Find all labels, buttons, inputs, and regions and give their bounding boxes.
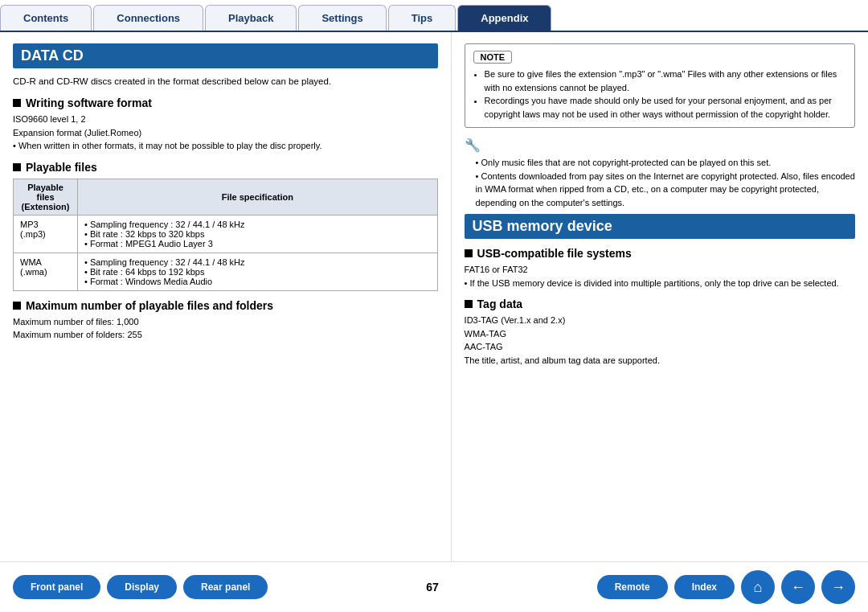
table-header-extension: Playable files(Extension) bbox=[14, 179, 78, 215]
spec-wma: • Sampling frequency : 32 / 44.1 / 48 kH… bbox=[78, 253, 438, 290]
wrench-item: Only music files that are not copyright-… bbox=[476, 156, 855, 170]
tab-appendix[interactable]: Appendix bbox=[457, 5, 551, 31]
table-row: MP3(.mp3) • Sampling frequency : 32 / 44… bbox=[14, 215, 438, 253]
tab-tips[interactable]: Tips bbox=[388, 5, 457, 31]
writing-software-heading: Writing software format bbox=[13, 97, 438, 109]
display-button[interactable]: Display bbox=[107, 575, 177, 599]
note-list: Be sure to give files the extension ".mp… bbox=[473, 68, 846, 121]
playable-files-table: Playable files(Extension) File specifica… bbox=[13, 179, 438, 291]
tab-connections[interactable]: Connections bbox=[93, 5, 203, 31]
tag-data-heading: Tag data bbox=[465, 298, 855, 310]
note-item: Be sure to give files the extension ".mp… bbox=[485, 68, 846, 94]
main-content: DATA CD CD-R and CD-RW discs created in … bbox=[0, 32, 868, 561]
usb-compatible-body: FAT16 or FAT32 • If the USB memory devic… bbox=[465, 263, 855, 290]
ext-mp3: MP3(.mp3) bbox=[14, 215, 78, 253]
usb-banner: USB memory device bbox=[465, 214, 855, 239]
page-number: 67 bbox=[426, 581, 439, 594]
table-header-spec: File specification bbox=[78, 179, 438, 215]
max-files-heading: Maximum number of playable files and fol… bbox=[13, 299, 438, 312]
bottom-nav-left: Front panel Display Rear panel bbox=[13, 575, 268, 599]
usb-compatible-heading: USB-compatible file systems bbox=[465, 247, 855, 260]
playable-files-heading: Playable files bbox=[13, 161, 438, 174]
note-item: Recordings you have made should only be … bbox=[485, 94, 846, 121]
note-box: NOTE Be sure to give files the extension… bbox=[465, 43, 855, 128]
ext-wma: WMA(.wma) bbox=[14, 253, 78, 290]
home-button[interactable]: ⌂ bbox=[741, 570, 775, 604]
writing-software-body: ISO9660 level 1, 2 Expansion format (Jul… bbox=[13, 113, 438, 153]
right-column: NOTE Be sure to give files the extension… bbox=[452, 32, 868, 561]
wrench-icon: 🔧 bbox=[465, 138, 855, 153]
bottom-nav: Front panel Display Rear panel 67 Remote… bbox=[0, 561, 868, 612]
bottom-nav-right: Remote Index ⌂ ← → bbox=[597, 570, 855, 604]
wrench-section: 🔧 Only music files that are not copyrigh… bbox=[465, 138, 855, 209]
index-button[interactable]: Index bbox=[674, 575, 735, 599]
note-label: NOTE bbox=[473, 51, 513, 64]
forward-button[interactable]: → bbox=[821, 570, 855, 604]
tab-contents[interactable]: Contents bbox=[0, 5, 92, 31]
wrench-item: Contents downloaded from pay sites on th… bbox=[476, 170, 855, 210]
remote-button[interactable]: Remote bbox=[597, 575, 668, 599]
left-column: DATA CD CD-R and CD-RW discs created in … bbox=[0, 32, 452, 561]
intro-text: CD-R and CD-RW discs created in the form… bbox=[13, 75, 438, 88]
wrench-list: Only music files that are not copyright-… bbox=[465, 156, 855, 209]
table-row: WMA(.wma) • Sampling frequency : 32 / 44… bbox=[14, 253, 438, 290]
max-files-body: Maximum number of files: 1,000 Maximum n… bbox=[13, 315, 438, 342]
data-cd-banner: DATA CD bbox=[13, 43, 438, 68]
back-button[interactable]: ← bbox=[781, 570, 815, 604]
front-panel-button[interactable]: Front panel bbox=[13, 575, 100, 599]
spec-mp3: • Sampling frequency : 32 / 44.1 / 48 kH… bbox=[78, 215, 438, 253]
tag-data-body: ID3-TAG (Ver.1.x and 2.x) WMA-TAG AAC-TA… bbox=[465, 314, 855, 367]
top-nav: Contents Connections Playback Settings T… bbox=[0, 0, 868, 32]
rear-panel-button[interactable]: Rear panel bbox=[183, 575, 268, 599]
tab-settings[interactable]: Settings bbox=[298, 5, 386, 31]
tab-playback[interactable]: Playback bbox=[205, 5, 297, 31]
